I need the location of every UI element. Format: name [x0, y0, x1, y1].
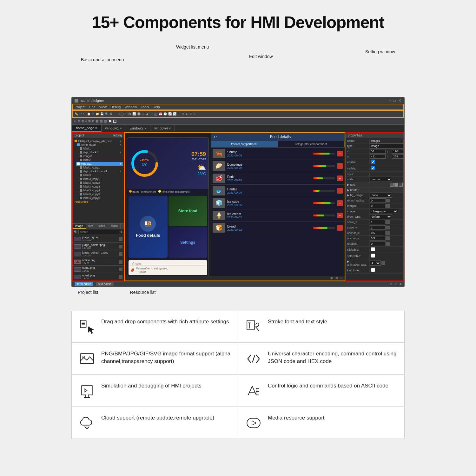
anchor-y-input[interactable]	[370, 236, 386, 241]
res-delete-btn[interactable]	[119, 245, 122, 248]
form-editor-tab[interactable]: form editor	[75, 282, 93, 286]
tree-item[interactable]: home_page ∧	[76, 143, 123, 147]
key-tone-checkbox[interactable]	[371, 268, 375, 272]
prop-h-input[interactable]	[392, 154, 404, 159]
margin-input[interactable]	[370, 204, 386, 208]
tree-item[interactable]: digit_clock1_copy1 ∧	[78, 169, 123, 173]
gauge-circle: -19°C 3°C	[130, 149, 160, 179]
menu-tools[interactable]: Tools	[141, 105, 149, 109]
rotation-input[interactable]	[370, 241, 386, 246]
menu-project[interactable]: Project	[75, 105, 85, 109]
draw-type-select[interactable]: default	[370, 214, 392, 219]
tree-item[interactable]: label3_copy4	[78, 188, 123, 192]
scale-y-input[interactable]	[370, 225, 386, 230]
menu-debug[interactable]: Debug	[110, 105, 121, 109]
selectable-checkbox[interactable]	[371, 254, 375, 258]
food-date: 2021-09-03	[227, 216, 311, 219]
tree-item[interactable]: label3	[78, 173, 123, 177]
prop-y-input[interactable]	[392, 149, 404, 154]
res-delete-btn[interactable]	[119, 252, 122, 256]
ann-edit-window: Edit window	[249, 54, 273, 59]
tab-window4[interactable]: window4 ×	[150, 125, 175, 131]
food-delete-btn[interactable]: −	[337, 188, 343, 194]
food-thumb: 🧊	[213, 198, 225, 208]
tree-item[interactable]: label2	[78, 158, 123, 162]
res-delete-btn[interactable]	[119, 268, 122, 271]
rtab-audio[interactable]: audio	[108, 224, 121, 229]
simulation-text: Simulation and debugging of HMI projects	[101, 382, 202, 390]
rtab-font[interactable]: font	[86, 224, 96, 229]
prop-w-input[interactable]	[370, 154, 386, 159]
tree-item[interactable]: label3_copy3	[78, 185, 123, 188]
food-delete-btn[interactable]: −	[337, 200, 343, 206]
tab-window1[interactable]: window1 ×	[102, 125, 126, 131]
tree-item[interactable]: image1	[78, 154, 123, 158]
food-item-row: 🐟 Hairtail 2021-09-09 −	[211, 185, 345, 197]
res-delete-btn[interactable]	[119, 275, 122, 279]
food-name-date: Pork 2021-09-29	[227, 175, 311, 182]
tree-item[interactable]: label1_copy1	[78, 166, 123, 169]
resource-search-input[interactable]	[78, 230, 119, 234]
resource-add-btn[interactable]: +	[120, 230, 122, 234]
menu-view[interactable]: View	[99, 105, 107, 109]
animation-type-select[interactable]: 4	[370, 261, 381, 266]
clickable-checkbox[interactable]	[371, 247, 375, 251]
prop-label: ▶ animation_type:	[346, 259, 370, 267]
food-delete-btn[interactable]: −	[337, 175, 343, 181]
res-name: juage_pointer_1.png	[82, 251, 108, 254]
tree-item[interactable]: label3_copy5	[78, 192, 123, 196]
food-bar-fill	[313, 177, 323, 179]
prop-x-input[interactable]	[370, 149, 386, 154]
tree-item[interactable]: Intelligent_charging_pile_new ∨	[73, 139, 123, 143]
food-tab-refrigerator[interactable]: refrigerator compartment	[278, 141, 345, 147]
food-delete-btn[interactable]: −	[337, 213, 343, 218]
food-thumb: 🍦	[213, 211, 225, 220]
scale-x-input[interactable]	[370, 220, 386, 224]
ide-center-content: -19°C 3°C 07:59 2021-07-23 ⛅	[125, 133, 345, 276]
tree-item[interactable]: label3_copy6	[78, 196, 123, 200]
food-delete-btn[interactable]: −	[337, 225, 343, 231]
resource-search-bar: 🔍 +	[73, 229, 124, 235]
res-size: 300×200	[82, 239, 100, 242]
round-radius-input[interactable]	[370, 198, 386, 203]
food-bar-container	[313, 227, 335, 229]
food-bar-bg	[313, 202, 335, 204]
canvas-statusbar: ⊞⊟≡	[125, 276, 345, 281]
food-details-btn[interactable]: 🍱 Food details	[129, 196, 168, 258]
tree-item[interactable]: digit_clock1 ∧	[78, 150, 123, 154]
res-delete-btn[interactable]	[119, 260, 122, 264]
rtab-video[interactable]: video	[96, 224, 109, 229]
res-delete-btn[interactable]	[119, 237, 122, 241]
store-food-btn[interactable]: Store food	[169, 196, 208, 226]
bg-image-select[interactable]: none	[370, 193, 392, 198]
tree-item[interactable]: label3_copy1	[78, 177, 123, 181]
image-format-text: PNG/BMP/JPG/GIF/SVG image format support…	[101, 350, 231, 365]
image-select[interactable]: chargingcar	[370, 209, 398, 214]
toolbar-container: ✏️ ↩ ↪ 📋 ✂ 📁 💾 🔍 ⚙ □ ◯ T 🖼 📊 🔘 ☑ ◢ ⬛	[72, 110, 404, 125]
prop-label: margin:	[346, 204, 370, 208]
food-tab-freezer[interactable]: freezer compartment	[211, 141, 278, 147]
back-icon[interactable]: ↩	[214, 135, 217, 139]
enable-checkbox[interactable]	[371, 160, 375, 164]
tab-window2[interactable]: window2 ×	[126, 125, 150, 131]
rtab-image[interactable]: image	[73, 224, 86, 229]
tree-item[interactable]: label1	[78, 147, 123, 150]
menu-help[interactable]: Help	[153, 105, 160, 109]
menu-window[interactable]: Window	[124, 105, 137, 109]
food-date: 2021-09-05	[227, 154, 311, 157]
tree-item[interactable]: label3_copy2	[78, 181, 123, 185]
tab-home-page[interactable]: home_page ×	[72, 125, 102, 132]
food-name-date: Ice cube 2021-09-05	[227, 200, 311, 207]
resource-item: num1.png 18×22	[73, 273, 124, 280]
food-delete-btn[interactable]: −	[337, 151, 343, 156]
menu-edit[interactable]: Edit	[89, 105, 95, 109]
text-editor-tab[interactable]: text editor	[96, 282, 114, 286]
res-name: juage_bg.png	[82, 236, 100, 239]
settings-btn[interactable]: Settings	[169, 227, 208, 258]
anchor-x-input[interactable]	[370, 231, 386, 235]
state-select[interactable]: normal pressed disabled	[370, 177, 392, 182]
tree-item[interactable]: window1 ∧	[76, 162, 123, 166]
food-delete-btn[interactable]: −	[337, 163, 343, 169]
ide-main: project setting Intelligent_charging_pil…	[72, 132, 404, 281]
visible-checkbox[interactable]	[371, 166, 375, 170]
